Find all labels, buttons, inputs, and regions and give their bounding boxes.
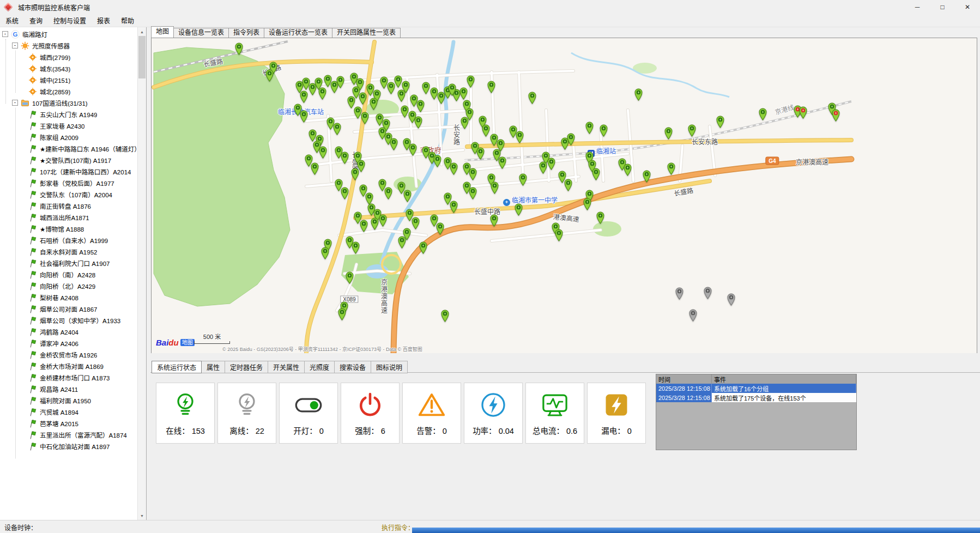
device-pin-online[interactable] xyxy=(514,203,523,216)
device-pin-online[interactable] xyxy=(332,122,342,135)
window-maximize-button[interactable]: □ xyxy=(930,0,955,14)
device-pin-online[interactable] xyxy=(320,246,330,259)
tree-device-item[interactable]: 城西派出所A1871 xyxy=(0,211,137,223)
tree-device-item[interactable]: 鸿鹤路 A2404 xyxy=(0,326,137,337)
tree-device-item[interactable]: 金桥建材市场门口 A1873 xyxy=(0,372,137,383)
event-log-row[interactable]: 2025/3/28 12:15:08系统加载了16个分组 xyxy=(656,384,856,393)
device-pin-online[interactable] xyxy=(370,217,379,230)
device-pin-online[interactable] xyxy=(623,163,632,176)
device-pin-online[interactable] xyxy=(566,132,576,146)
device-pin-online[interactable] xyxy=(476,147,485,160)
device-pin-online[interactable] xyxy=(468,167,477,180)
panel-tab-system-status[interactable]: 系统运行状态 xyxy=(152,361,202,373)
device-pin-online[interactable] xyxy=(340,151,349,164)
device-pin-online[interactable] xyxy=(440,309,450,322)
panel-tab-switch-props[interactable]: 开关属性 xyxy=(268,361,305,373)
panel-tab-search-devices[interactable]: 搜索设备 xyxy=(334,361,371,373)
device-pin-online[interactable] xyxy=(447,83,457,96)
tree-device-item[interactable]: 观昌路 A2411 xyxy=(0,383,137,395)
device-pin-online[interactable] xyxy=(539,161,548,174)
menu-item-control-settings[interactable]: 控制与设置 xyxy=(48,14,92,27)
device-pin-online[interactable] xyxy=(359,219,368,232)
status-card-power[interactable]: 功率：0.04 xyxy=(464,383,523,444)
device-pin-offline[interactable] xyxy=(675,287,684,300)
device-pin-online[interactable] xyxy=(460,116,469,129)
device-pin-online[interactable] xyxy=(449,200,458,213)
tree-device-item[interactable]: 王家垅巷 A2430 xyxy=(0,120,137,131)
tree-device-item[interactable]: 中石化加油站对面 A1897 xyxy=(0,440,137,452)
event-log[interactable]: 时间 事件 2025/3/28 12:15:08系统加载了16个分组2025/3… xyxy=(656,374,857,450)
tree-group-item[interactable]: -光照度传感器 xyxy=(0,40,137,51)
tree-device-item[interactable]: 南正街转盘 A1876 xyxy=(0,200,137,211)
map-canvas[interactable] xyxy=(152,38,977,354)
device-pin-online[interactable] xyxy=(599,124,608,137)
tab-device-info[interactable]: 设备信息一览表 xyxy=(173,28,229,38)
map-view[interactable]: 长盛路长白路临湘长途汽车站市政府长安路长盛路M临湘站长安东路京港线G4京港澳高速… xyxy=(151,38,977,354)
device-pin-online[interactable] xyxy=(487,80,496,93)
device-pin-online[interactable] xyxy=(596,211,605,224)
tree-device-item[interactable]: 五里派出所（富源汽配）A1874 xyxy=(0,429,137,440)
device-pin-online[interactable] xyxy=(716,115,725,128)
device-pin-online[interactable] xyxy=(360,111,370,124)
tree-device-item[interactable]: 金桥大市场对面 A1869 xyxy=(0,360,137,372)
device-pin-alert[interactable] xyxy=(798,106,808,119)
device-pin-online[interactable] xyxy=(340,186,349,199)
device-pin-online[interactable] xyxy=(408,143,418,156)
device-pin-online[interactable] xyxy=(642,169,651,183)
device-pin-online[interactable] xyxy=(318,146,328,159)
menu-item-reports[interactable]: 报表 xyxy=(92,14,116,27)
tree-device-item[interactable]: 福利院对面 A1950 xyxy=(0,395,137,406)
device-pin-offline[interactable] xyxy=(703,286,712,299)
device-pin-online[interactable] xyxy=(299,110,308,123)
tree-device-item[interactable]: 梨树巷 A2408 xyxy=(0,292,137,303)
status-card-lights-on[interactable]: 开灯：0 xyxy=(279,383,338,444)
tree-device-item[interactable]: ★建新中路路口东 A1946（辅道灯） xyxy=(0,143,137,154)
device-pin-online[interactable] xyxy=(583,197,592,210)
device-pin-online[interactable] xyxy=(265,69,274,82)
device-pin-online[interactable] xyxy=(459,87,468,100)
device-pin-online[interactable] xyxy=(345,271,354,284)
device-pin-online[interactable] xyxy=(336,75,345,88)
device-pin-online[interactable] xyxy=(419,241,428,254)
status-card-leakage[interactable]: 漏电：0 xyxy=(587,383,646,444)
device-pin-online[interactable] xyxy=(299,90,308,103)
device-pin-online[interactable] xyxy=(369,97,378,110)
device-pin-online[interactable] xyxy=(518,173,528,186)
device-pin-online[interactable] xyxy=(664,126,673,140)
device-pin-online[interactable] xyxy=(337,307,347,320)
device-pin-online[interactable] xyxy=(466,75,475,88)
tree-scrollbar[interactable]: ▲ ▼ xyxy=(137,27,146,520)
tree-group-item[interactable]: -107国道沿线(31/31) xyxy=(0,97,137,108)
tree-device-item[interactable]: 金桥农贸市场 A1926 xyxy=(0,349,137,360)
device-pin-online[interactable] xyxy=(515,130,524,143)
menu-item-help[interactable]: 帮助 xyxy=(116,14,140,27)
tree-device-item[interactable]: 陈家组 A2009 xyxy=(0,131,137,143)
tree-device-item[interactable]: ★博物馆 A1888 xyxy=(0,223,137,234)
tree-device-item[interactable]: 谭家冲 A2406 xyxy=(0,337,137,349)
device-pin-online[interactable] xyxy=(758,107,767,120)
baidu-logo[interactable]: Baidu地图 xyxy=(156,338,195,347)
device-pin-online[interactable] xyxy=(414,116,423,129)
event-log-header-time[interactable]: 时间 xyxy=(656,374,712,384)
scroll-up-icon[interactable]: ▲ xyxy=(138,27,146,36)
tree-device-item[interactable]: 自来水斜对面 A1952 xyxy=(0,246,137,257)
panel-tab-timer-tasks[interactable]: 定时器任务 xyxy=(225,361,268,373)
menu-item-system[interactable]: 系统 xyxy=(0,14,24,27)
device-pin-online[interactable] xyxy=(350,167,360,180)
tree-device-item[interactable]: 烟草公司对面 A1867 xyxy=(0,303,137,314)
status-card-alarm[interactable]: 告警：0 xyxy=(402,383,461,444)
device-pin-online[interactable] xyxy=(416,99,425,112)
tab-device-status[interactable]: 设备运行状态一览表 xyxy=(264,28,332,38)
device-pin-online[interactable] xyxy=(687,124,697,137)
device-pin-online[interactable] xyxy=(433,154,442,167)
tree-device-item[interactable]: 城西(2799) xyxy=(0,51,137,63)
tree-device-item[interactable]: 社会福利院大门口 A1907 xyxy=(0,257,137,269)
tree-device-item[interactable]: 交警队东（107南）A2004 xyxy=(0,189,137,200)
event-log-row[interactable]: 2025/3/28 12:15:08系统加载了175个设备，在线153个 xyxy=(656,393,856,402)
device-pin-online[interactable] xyxy=(591,167,601,180)
device-pin-online[interactable] xyxy=(389,137,398,150)
device-pin-online[interactable] xyxy=(634,88,643,101)
window-close-button[interactable]: ✕ xyxy=(955,0,980,14)
device-pin-alert[interactable] xyxy=(831,108,840,122)
tree-device-item[interactable]: 城东(3543) xyxy=(0,63,137,74)
